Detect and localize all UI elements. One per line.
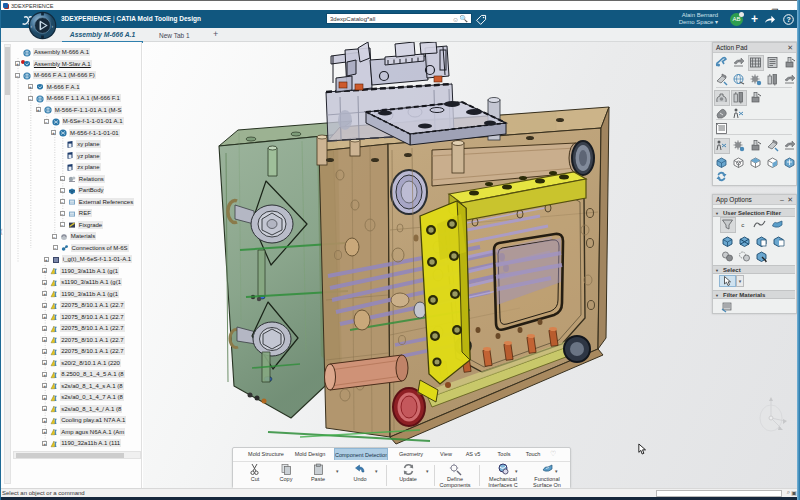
svg-text:?: ? xyxy=(786,16,790,23)
svg-text:c: c xyxy=(741,221,744,228)
